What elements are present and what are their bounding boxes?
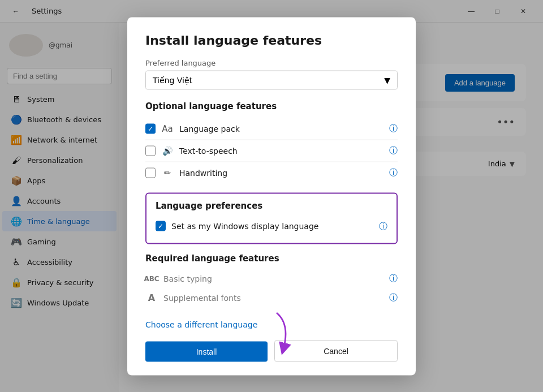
handwriting-icon: ✏ (161, 166, 174, 179)
language-pack-label: Language pack (179, 124, 383, 133)
handwriting-label: Handwriting (179, 168, 383, 177)
lang-prefs-title: Language preferences (156, 200, 387, 210)
handwriting-info-icon[interactable]: ⓘ (389, 167, 398, 178)
cancel-button[interactable]: Cancel (274, 340, 398, 361)
dropdown-chevron-icon: ▼ (384, 75, 390, 84)
language-pack-info-icon[interactable]: ⓘ (389, 123, 398, 134)
basic-typing-row: ABC Basic typing ⓘ (145, 269, 398, 288)
dialog-actions: Install Cancel (145, 340, 398, 361)
display-language-pref-label: Set as my Windows display language (171, 222, 373, 231)
selected-language-text: Tiếng Việt (153, 75, 192, 84)
optional-features-section: Optional language features Aa Language p… (145, 101, 398, 183)
handwriting-row: ✏ Handwriting ⓘ (145, 162, 398, 183)
language-pack-row: Aa Language pack ⓘ (145, 118, 398, 140)
text-to-speech-checkbox[interactable] (145, 145, 156, 156)
optional-features-title: Optional language features (145, 101, 398, 111)
display-language-pref-info-icon[interactable]: ⓘ (379, 221, 387, 231)
install-button[interactable]: Install (145, 341, 268, 361)
supplemental-fonts-icon: A (145, 291, 158, 304)
install-language-dialog: Install language features Preferred lang… (127, 17, 416, 375)
required-features-section: Required language features ABC Basic typ… (145, 253, 398, 307)
display-language-pref-checkbox[interactable] (156, 221, 166, 231)
handwriting-checkbox[interactable] (145, 167, 156, 178)
text-to-speech-icon: 🔊 (161, 144, 174, 157)
basic-typing-info-icon[interactable]: ⓘ (389, 273, 398, 284)
text-to-speech-info-icon[interactable]: ⓘ (389, 145, 398, 156)
choose-different-language-link[interactable]: Choose a different language (145, 320, 257, 329)
text-to-speech-label: Text-to-speech (179, 146, 383, 155)
supplemental-fonts-info-icon[interactable]: ⓘ (389, 292, 398, 303)
preferred-language-label: Preferred language (145, 58, 398, 67)
display-language-pref-row: Set as my Windows display language ⓘ (156, 216, 387, 236)
basic-typing-label: Basic typing (163, 274, 383, 283)
language-preferences-box: Language preferences Set as my Windows d… (145, 192, 398, 244)
language-pack-icon: Aa (161, 122, 174, 135)
supplemental-fonts-label: Supplemental fonts (163, 293, 383, 302)
text-to-speech-row: 🔊 Text-to-speech ⓘ (145, 140, 398, 162)
language-dropdown[interactable]: Tiếng Việt ▼ (145, 70, 398, 89)
basic-typing-icon: ABC (145, 272, 158, 285)
supplemental-fonts-row: A Supplemental fonts ⓘ (145, 288, 398, 307)
language-pack-checkbox[interactable] (145, 123, 156, 133)
dialog-title: Install language features (145, 33, 398, 47)
required-features-title: Required language features (145, 253, 398, 263)
